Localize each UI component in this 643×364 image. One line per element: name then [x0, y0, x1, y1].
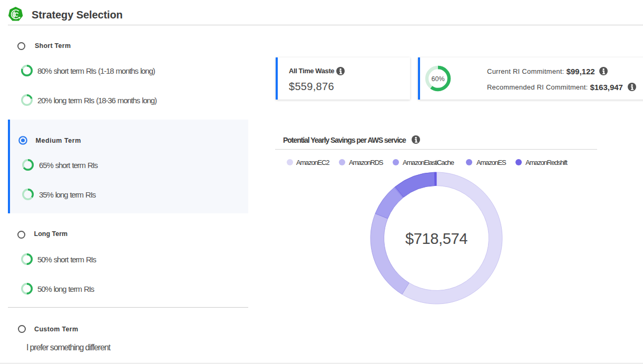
svg-text:60%: 60% [431, 75, 444, 83]
